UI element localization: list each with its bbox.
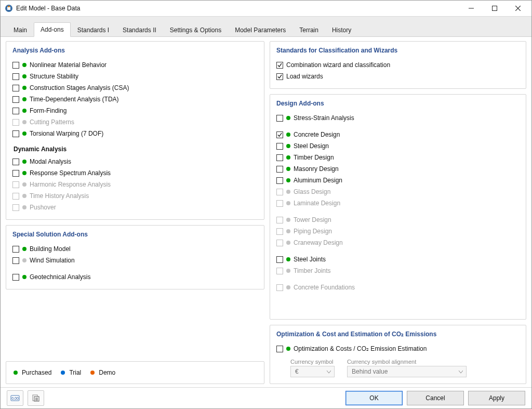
status-dot-icon [286,285,290,289]
sub-title-dynamic: Dynamic Analysis [14,146,258,153]
checkbox[interactable] [276,177,283,184]
legend-panel: Purchased Trial Demo [6,361,264,384]
option-label: Structure Stability [30,73,78,80]
checkbox[interactable] [12,108,19,114]
checkbox [12,193,19,200]
status-dot-icon [286,257,290,261]
option-dynamic-response-spectrum-analysis[interactable]: Response Spectrum Analysis [12,167,258,179]
option-analysis-form-finding[interactable]: Form-Finding [12,105,258,116]
option-label: Masonry Design [294,165,339,173]
option-label: Load wizards [286,73,323,80]
option-optimization-costs[interactable]: Optimization & Costs / CO₂ Emission Esti… [276,343,520,354]
checkbox [276,217,283,223]
panel-special-solution: Special Solution Add-ons Building ModelW… [6,225,264,289]
checkbox[interactable] [12,85,19,91]
option-label: Laminate Design [294,200,340,207]
legend-demo: Demo [99,369,115,376]
minimize-button[interactable] [459,1,483,16]
checkbox[interactable] [12,246,19,253]
option-dynamic-harmonic-response-analysis: Harmonic Response Analysis [12,179,258,190]
tab-standards-i[interactable]: Standards I [71,23,116,37]
panel-title: Standards for Classification and Wizards [276,47,520,54]
status-dot-icon [22,63,26,67]
checkbox[interactable] [12,170,19,177]
option-design-masonry-design[interactable]: Masonry Design [276,163,520,175]
dot-purchased-icon [14,371,18,375]
tab-terrain[interactable]: Terrain [292,23,325,37]
status-dot-icon [286,116,290,120]
checkbox[interactable] [276,346,283,352]
option-analysis-construction-stages-analysis-csa[interactable]: Construction Stages Analysis (CSA) [12,82,258,94]
option-design-stress-strain-analysis[interactable]: Stress-Strain Analysis [276,112,520,124]
checkbox[interactable] [276,143,283,150]
checkbox [276,189,283,195]
svg-rect-4 [492,6,497,11]
checkbox[interactable] [12,274,19,281]
option-analysis-torsional-warping-7-dof[interactable]: Torsional Warping (7 DOF) [12,128,258,139]
checkbox [276,284,283,291]
option-special-wind-simulation[interactable]: Wind Simulation [12,255,258,266]
option-design-timber-design[interactable]: Timber Design [276,152,520,163]
option-label: Construction Stages Analysis (CSA) [30,84,129,91]
checkbox[interactable] [276,73,283,80]
option-design-concrete-foundations: Concrete Foundations [276,282,520,293]
option-design-steel-joints[interactable]: Steel Joints [276,254,520,265]
window-title: Edit Model - Base Data [16,5,80,12]
apply-button[interactable]: Apply [468,391,525,405]
checkbox[interactable] [276,131,283,138]
tab-history[interactable]: History [325,23,358,37]
checkbox[interactable] [276,115,283,122]
option-dynamic-modal-analysis[interactable]: Modal Analysis [12,156,258,167]
status-dot-icon [286,218,290,222]
option-analysis-nonlinear-material-behavior[interactable]: Nonlinear Material Behavior [12,59,258,71]
option-label: Craneway Design [294,239,343,246]
checkbox[interactable] [276,166,283,173]
checkbox[interactable] [12,62,19,69]
option-dynamic-time-history-analysis: Time History Analysis [12,190,258,202]
checkbox [12,204,19,211]
status-dot-icon [22,205,26,209]
checkbox [276,268,283,274]
checkbox [276,228,283,235]
checkbox[interactable] [12,130,19,137]
tab-add-ons[interactable]: Add-ons [34,22,71,37]
copy-data-button[interactable] [28,390,44,406]
currency-symbol-select[interactable]: € [290,366,335,377]
cancel-button[interactable]: Cancel [407,391,464,405]
option-design-piping-design: Piping Design [276,226,520,237]
option-label: Geotechnical Analysis [30,273,90,281]
status-dot-icon [286,133,290,137]
maximize-button[interactable] [483,1,506,16]
close-button[interactable] [506,1,529,16]
option-design-concrete-design[interactable]: Concrete Design [276,129,520,140]
currency-alignment-label: Currency symbol alignment [347,359,467,365]
option-label: Torsional Warping (7 DOF) [30,130,103,137]
checkbox[interactable] [276,154,283,161]
checkbox[interactable] [12,159,19,165]
option-design-tower-design: Tower Design [276,214,520,226]
tab-standards-ii[interactable]: Standards II [116,23,163,37]
option-standards-combination-wizard-and-classification[interactable]: Combination wizard and classification [276,59,520,71]
ok-button[interactable]: OK [345,391,403,405]
option-design-steel-design[interactable]: Steel Design [276,140,520,152]
option-analysis-time-dependent-analysis-tda[interactable]: Time-Dependent Analysis (TDA) [12,94,258,105]
checkbox[interactable] [12,257,19,264]
option-design-aluminum-design[interactable]: Aluminum Design [276,175,520,186]
currency-alignment-select[interactable]: Behind value [347,366,467,377]
option-label: Cutting Patterns [30,118,74,126]
option-analysis-structure-stability[interactable]: Structure Stability [12,71,258,82]
units-button[interactable]: 0,00 [7,390,23,406]
checkbox[interactable] [12,96,19,103]
tab-model-parameters[interactable]: Model Parameters [228,23,292,37]
tab-main[interactable]: Main [7,23,34,37]
option-label: Timber Joints [294,267,331,274]
chevron-down-icon [459,368,463,375]
option-special-geotechnical-analysis[interactable]: Geotechnical Analysis [12,271,258,283]
checkbox[interactable] [276,62,283,69]
checkbox[interactable] [12,73,19,80]
checkbox[interactable] [276,256,283,263]
tab-settings-options[interactable]: Settings & Options [163,23,228,37]
option-special-building-model[interactable]: Building Model [12,243,258,255]
option-standards-load-wizards[interactable]: Load wizards [276,71,520,82]
status-dot-icon [22,247,26,251]
